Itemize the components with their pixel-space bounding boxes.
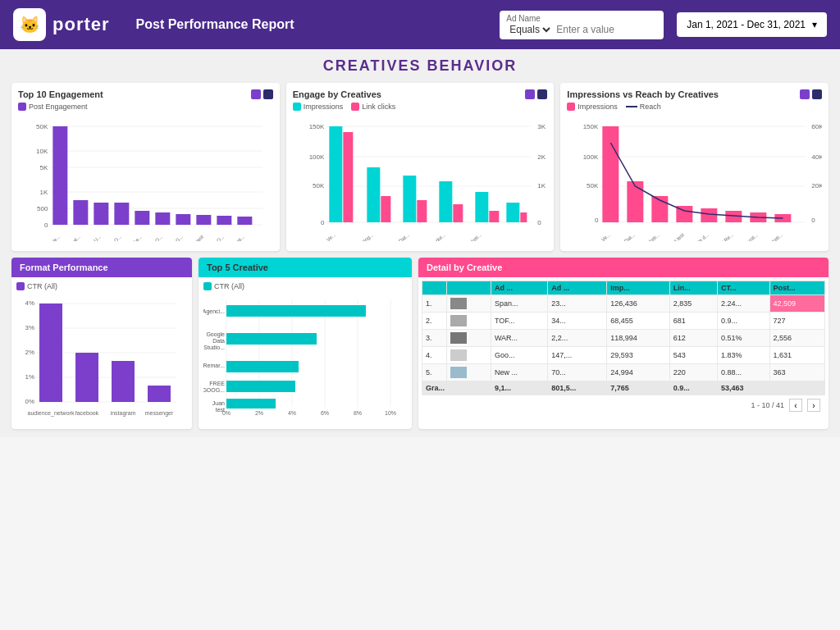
svg-rect-21 [237,217,252,225]
filter-group: Ad Name Equals [500,11,664,39]
svg-text:Promating...: Promating... [350,232,374,241]
legend-label-imp2: Impressions [578,103,618,111]
svg-rect-49 [417,200,427,222]
format-performance-card: Format Performance CTR (All) 4% 3% 2% 1%… [11,258,192,429]
impressions-reach-legend: Impressions Reach [567,103,822,111]
chart-icon-dark3[interactable] [812,89,822,99]
svg-text:audience_network: audience_network [28,410,75,417]
legend-label-ctr-top5: CTR (All) [214,282,244,290]
top5-header: Top 5 Creative [199,258,412,277]
svg-text:40K: 40K [812,153,822,161]
legend-item-ctr-top5: CTR (All) [203,282,244,290]
svg-text:0: 0 [44,221,48,229]
row-ad-name: WAR... [491,330,547,347]
legend-item-imp2: Impressions [567,103,618,111]
table-row: 5. New ... 70... 24,994 220 0.88... 363 [422,364,825,381]
svg-rect-131 [226,381,295,392]
svg-rect-99 [39,304,62,402]
top5-creative-svg: 0% 2% 4% 6% 8% 10% Agenci... Go [203,294,400,421]
svg-text:2%: 2% [25,349,34,356]
svg-text:10K: 10K [36,148,48,155]
svg-text:500: 500 [37,205,48,212]
svg-text:Remarketi...: Remarketi... [760,232,784,241]
svg-text:Juan test: Juan test [187,234,205,241]
top-engagement-legend: Post Engagement [18,103,273,111]
row-thumb [447,330,491,347]
main-content: CREATIVES BEHAVIOR Top 10 Engagement Pos… [0,49,840,437]
chart-icon-purple[interactable] [251,89,261,99]
format-performance-body: CTR (All) 4% 3% 2% 1% 0% [11,277,192,425]
svg-text:LATAM Re...: LATAM Re... [710,232,735,241]
svg-text:FREE: FREE [209,381,225,386]
engage-creatives-header: Engage by Creatives [293,89,548,99]
svg-rect-54 [506,203,519,222]
grand-total-lin: 7,765 [607,381,670,395]
svg-text:100K: 100K [583,153,599,161]
row-imp: 24,994 [607,364,670,381]
legend-label-impressions: Impressions [304,103,344,111]
chart-icon-dark2[interactable] [537,89,547,99]
legend-dot-cyan [293,103,301,111]
svg-text:Juan: Juan [212,400,225,406]
svg-text:4%: 4% [25,299,34,307]
svg-text:Google: Google [206,331,225,338]
chart-icon-dark[interactable] [263,89,273,99]
table-row: 3. WAR... 2,2... 118,994 612 0.51% 2,556 [422,330,825,347]
svg-text:3K: 3K [537,123,546,130]
svg-text:Agenci...: Agenci... [203,308,225,315]
impressions-reach-header: Impressions vs Reach by Creatives [567,89,822,99]
svg-rect-130 [226,361,299,372]
legend-label-ctr: CTR (All) [27,282,57,290]
row-num: 4. [422,347,447,364]
svg-text:Studio...: Studio... [203,345,225,350]
row-num: 2. [422,313,447,330]
row-post: 363 [769,364,824,381]
svg-text:messenger: messenger [145,410,174,417]
top5-creative-card: Top 5 Creative CTR (All) 0% 2% 4% 6% 8% … [199,258,412,429]
legend-label-link-clicks: Link clicks [362,103,395,111]
legend-dot-pink [351,103,359,111]
col-lin: Lin... [669,281,717,295]
svg-text:0: 0 [595,217,599,224]
filter-value-input[interactable] [556,24,638,35]
chart-icon-purple3[interactable] [800,89,810,99]
filter-operator-select[interactable]: Equals [506,23,553,36]
svg-text:New Marke...: New Marke... [421,232,446,241]
svg-text:Remar...: Remar... [203,363,225,368]
svg-text:Communit...: Communit... [736,232,760,241]
svg-rect-14 [94,203,108,225]
table-row: 1. Span... 23... 126,436 2,835 2.24... 4… [422,295,825,313]
engage-creatives-legend: Impressions Link clicks [293,103,548,111]
svg-rect-17 [155,212,170,225]
svg-rect-12 [52,126,67,225]
svg-rect-20 [217,216,231,225]
svg-text:1K: 1K [40,189,48,196]
svg-rect-13 [73,200,88,225]
section-title: CREATIVES BEHAVIOR [11,57,829,75]
row-post: 42,509 [769,295,824,313]
col-imp: Imp... [607,281,670,295]
bottom-row: Format Performance CTR (All) 4% 3% 2% 1%… [11,258,829,429]
svg-rect-18 [176,214,190,225]
format-performance-header: Format Performance [11,258,192,277]
svg-text:3%: 3% [25,324,34,331]
row-num: 3. [422,330,447,347]
svg-text:Spanish Ve...: Spanish Ve... [37,234,61,241]
date-range-picker[interactable]: Jan 1, 2021 - Dec 31, 2021 ▾ [677,12,827,37]
svg-rect-132 [226,399,276,409]
svg-text:Complete d...: Complete d... [684,232,710,241]
svg-text:Remarketi...: Remarketi... [223,234,245,241]
next-page-button[interactable]: › [807,399,820,412]
row-lin: 612 [669,330,717,347]
svg-rect-100 [75,353,98,402]
col-num [422,281,447,295]
svg-rect-45 [343,132,353,222]
svg-text:150K: 150K [308,123,324,130]
date-range-text: Jan 1, 2021 - Dec 31, 2021 [687,19,806,30]
chart-icon-purple2[interactable] [525,89,535,99]
row-post: 727 [769,313,824,330]
row-lin: 2,835 [669,295,717,313]
prev-page-button[interactable]: ‹ [789,399,802,412]
detail-table-body: 1. Span... 23... 126,436 2,835 2.24... 4… [422,295,825,395]
logo-text: porter [52,14,110,35]
